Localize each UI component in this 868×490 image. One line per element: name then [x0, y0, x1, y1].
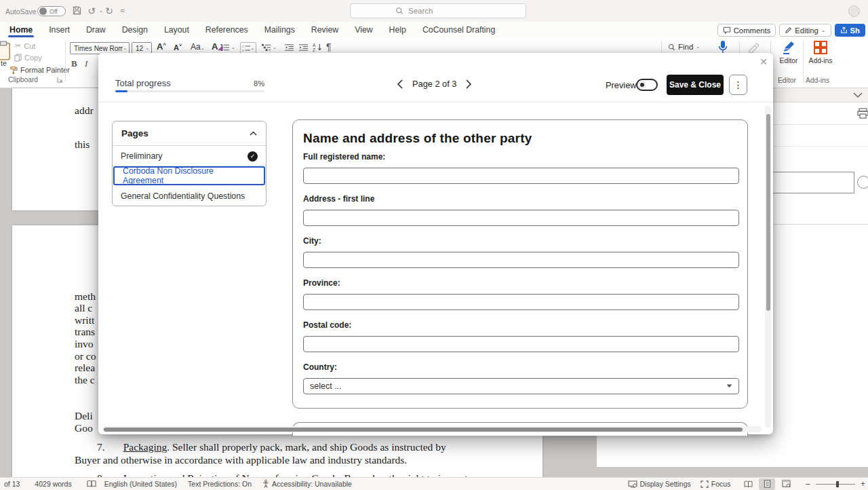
address-first-line-input[interactable]: [303, 210, 739, 226]
bold-button[interactable]: B: [71, 58, 77, 69]
comments-label: Comments: [734, 26, 771, 35]
font-name-value: Times New Roman: [74, 45, 123, 52]
form-field-circle-icon[interactable]: [857, 176, 868, 189]
tab-insert[interactable]: Insert: [41, 22, 78, 38]
city-input[interactable]: [303, 252, 739, 268]
quick-access-more-icon[interactable]: ≂: [117, 5, 129, 16]
account-avatar[interactable]: [848, 5, 860, 17]
pilcrow-button[interactable]: ¶: [326, 41, 332, 52]
zoom-out-button[interactable]: −: [805, 479, 810, 489]
field-postal-code: Postal code:: [303, 320, 739, 352]
web-layout-button[interactable]: [778, 478, 794, 490]
full-registered-name-input[interactable]: [303, 168, 739, 184]
completed-check-icon: ✓: [248, 151, 258, 162]
printer-icon[interactable]: [857, 108, 868, 119]
dialog-vertical-scrollbar[interactable]: [765, 106, 771, 428]
dialog-horizontal-scrollbar-thumb[interactable]: [104, 428, 743, 432]
format-painter-button[interactable]: Format Painter: [9, 66, 70, 74]
comments-button[interactable]: Comments: [717, 24, 776, 37]
dialog-more-options-button[interactable]: ⋮: [729, 75, 747, 95]
tab-help[interactable]: Help: [381, 22, 414, 38]
preview-toggle[interactable]: [636, 79, 658, 91]
clipboard-dialog-launcher-icon[interactable]: [57, 77, 63, 83]
focus-button[interactable]: Focus: [701, 480, 731, 488]
tab-cocounsel-drafting[interactable]: CoCounsel Drafting: [414, 22, 503, 38]
pages-item-corboda-nda[interactable]: Corboda Non Disclosure Agreement: [113, 166, 265, 185]
shrink-font-button[interactable]: A˅: [174, 43, 182, 52]
collapse-ribbon-icon[interactable]: [853, 92, 863, 98]
previous-page-icon[interactable]: [397, 79, 403, 89]
dialog-close-icon[interactable]: ✕: [756, 54, 771, 69]
country-select-value: select ...: [310, 381, 342, 391]
find-button[interactable]: Find ⌄: [668, 43, 700, 51]
focus-icon: [701, 480, 709, 488]
tab-layout[interactable]: Layout: [156, 22, 197, 38]
sensitivity-button[interactable]: [747, 41, 761, 54]
editing-mode-button[interactable]: Editing ⌄: [779, 24, 831, 37]
svg-text:A: A: [313, 43, 316, 48]
zoom-slider-knob[interactable]: [836, 481, 839, 487]
pages-item-general-confidentiality[interactable]: General Confidentiality Questions: [113, 186, 266, 206]
pages-panel-header[interactable]: Pages: [113, 121, 266, 146]
increase-indent-button[interactable]: [299, 43, 309, 52]
editor-button[interactable]: Editor: [777, 39, 800, 65]
tab-mailings[interactable]: Mailings: [256, 22, 303, 38]
paste-button[interactable]: [0, 41, 12, 61]
country-select[interactable]: select ...: [303, 378, 739, 394]
save-and-close-button[interactable]: Save & Close: [667, 75, 724, 95]
italic-button[interactable]: I: [85, 58, 87, 69]
paragraph-8-term: Inspection and Rejection of Nonconformin…: [123, 472, 339, 477]
province-input[interactable]: [303, 294, 739, 310]
pages-item-preliminary[interactable]: Preliminary ✓: [113, 147, 266, 166]
text-predictions-status[interactable]: Text Predictions: On: [188, 480, 252, 488]
dialog-vertical-scrollbar-thumb[interactable]: [766, 114, 770, 311]
total-progress-bar: [115, 90, 264, 92]
dialog-horizontal-scrollbar[interactable]: [102, 426, 762, 432]
share-button[interactable]: Sh: [835, 24, 865, 37]
accessibility-label: Accessibility: Unavailable: [272, 480, 352, 488]
tab-draw[interactable]: Draw: [78, 22, 114, 38]
tab-home[interactable]: Home: [1, 22, 41, 38]
postal-code-input[interactable]: [303, 336, 739, 352]
grow-font-button[interactable]: A˄: [157, 41, 165, 52]
autosave-toggle[interactable]: Off: [37, 6, 66, 16]
redo-icon[interactable]: ↻: [103, 5, 115, 16]
save-icon[interactable]: [72, 5, 84, 16]
decrease-indent-button[interactable]: [285, 43, 294, 52]
tab-view[interactable]: View: [347, 22, 380, 38]
scissors-icon: ✂: [15, 41, 21, 50]
sensitivity-icon: [747, 41, 761, 54]
addins-button[interactable]: Add-ins: [807, 39, 834, 65]
page-number-status[interactable]: of 13: [4, 480, 20, 488]
zoom-in-button[interactable]: +: [861, 479, 865, 489]
multilevel-dropdown-icon[interactable]: ⌄: [273, 45, 277, 50]
proofing-icon[interactable]: [87, 480, 96, 488]
pages-panel: Pages Preliminary ✓ Corboda Non Disclosu…: [112, 121, 267, 206]
tab-review[interactable]: Review: [303, 22, 347, 38]
group-separator: [803, 41, 804, 83]
search-box[interactable]: Search: [350, 3, 526, 18]
print-layout-button[interactable]: [759, 478, 775, 490]
display-settings-button[interactable]: Display Settings: [628, 480, 691, 488]
addins-icon: [812, 39, 829, 56]
next-page-icon[interactable]: [466, 79, 472, 89]
display-settings-icon: [628, 480, 637, 488]
tab-references[interactable]: References: [197, 22, 256, 38]
tab-design[interactable]: Design: [114, 22, 156, 38]
copy-button[interactable]: Copy: [14, 54, 42, 62]
document-text-fragment: all c: [75, 302, 92, 314]
dialog-pagination: Page 2 of 3: [397, 79, 472, 89]
sort-button[interactable]: AZ: [313, 42, 323, 52]
zoom-slider[interactable]: [816, 484, 855, 485]
autosave-label: AutoSave: [5, 7, 37, 16]
language-status[interactable]: English (United States): [104, 480, 177, 488]
word-count-status[interactable]: 4029 words: [35, 480, 71, 488]
multilevel-list-button[interactable]: [262, 43, 271, 52]
change-case-button[interactable]: Aa⌄: [191, 42, 205, 52]
bullets-dropdown-icon[interactable]: ⌄: [231, 45, 235, 50]
cut-button[interactable]: ✂ Cut: [15, 41, 35, 50]
bullets-button[interactable]: [220, 43, 230, 52]
accessibility-status[interactable]: Accessibility: Unavailable: [262, 480, 352, 488]
read-mode-button[interactable]: [740, 478, 756, 490]
format-painter-icon: [9, 66, 18, 74]
